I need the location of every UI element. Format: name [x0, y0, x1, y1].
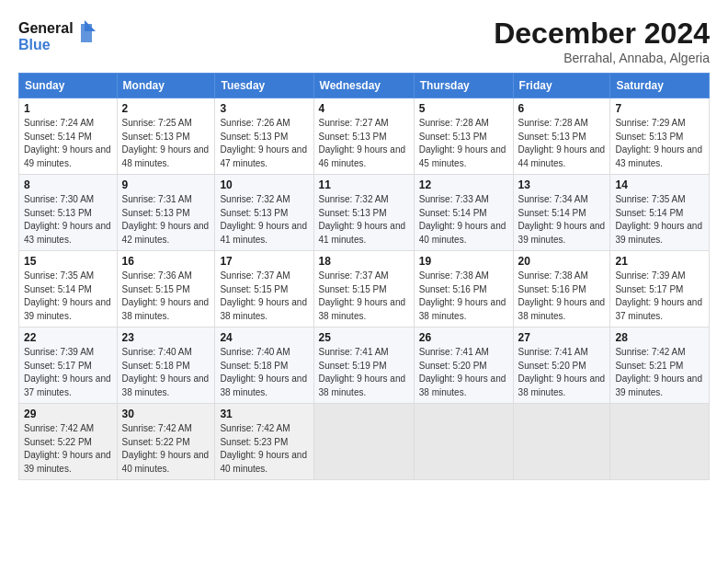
- calendar-cell: 29Sunrise: 7:42 AMSunset: 5:22 PMDayligh…: [19, 404, 118, 480]
- calendar-cell: 3Sunrise: 7:26 AMSunset: 5:13 PMDaylight…: [215, 98, 313, 175]
- page-container: General Blue December 2024 Berrahal, Ann…: [0, 0, 728, 489]
- calendar-cell: 4Sunrise: 7:27 AMSunset: 5:13 PMDaylight…: [313, 98, 414, 175]
- day-number: 30: [122, 408, 210, 420]
- day-number: 15: [24, 255, 112, 268]
- day-info: Sunrise: 7:40 AMSunset: 5:18 PMDaylight:…: [220, 347, 307, 397]
- day-number: 17: [220, 255, 308, 268]
- day-number: 16: [122, 255, 210, 268]
- day-info: Sunrise: 7:42 AMSunset: 5:21 PMDaylight:…: [615, 347, 702, 397]
- day-number: 5: [419, 102, 508, 115]
- day-info: Sunrise: 7:28 AMSunset: 5:13 PMDaylight:…: [419, 118, 506, 168]
- svg-text:General: General: [18, 20, 74, 36]
- day-number: 13: [518, 178, 606, 191]
- day-info: Sunrise: 7:42 AMSunset: 5:22 PMDaylight:…: [24, 423, 111, 474]
- day-number: 9: [122, 178, 210, 191]
- calendar-cell: 1Sunrise: 7:24 AMSunset: 5:14 PMDaylight…: [19, 98, 118, 175]
- calendar-cell: 8Sunrise: 7:30 AMSunset: 5:13 PMDaylight…: [19, 175, 118, 251]
- day-info: Sunrise: 7:32 AMSunset: 5:13 PMDaylight:…: [220, 194, 307, 245]
- calendar-cell: 14Sunrise: 7:35 AMSunset: 5:14 PMDayligh…: [610, 175, 710, 251]
- day-info: Sunrise: 7:36 AMSunset: 5:15 PMDaylight:…: [122, 270, 210, 321]
- day-info: Sunrise: 7:40 AMSunset: 5:18 PMDaylight:…: [122, 347, 210, 397]
- day-info: Sunrise: 7:39 AMSunset: 5:17 PMDaylight:…: [24, 347, 111, 397]
- day-number: 10: [220, 178, 308, 191]
- calendar-cell: [313, 404, 414, 480]
- day-info: Sunrise: 7:30 AMSunset: 5:13 PMDaylight:…: [24, 194, 111, 245]
- logo-svg: General Blue: [18, 17, 101, 57]
- calendar-cell: 22Sunrise: 7:39 AMSunset: 5:17 PMDayligh…: [19, 327, 118, 404]
- day-info: Sunrise: 7:41 AMSunset: 5:20 PMDaylight:…: [419, 347, 506, 397]
- calendar-cell: 15Sunrise: 7:35 AMSunset: 5:14 PMDayligh…: [19, 251, 118, 327]
- day-number: 18: [319, 255, 409, 268]
- calendar-header-row: Sunday Monday Tuesday Wednesday Thursday…: [19, 74, 710, 98]
- day-info: Sunrise: 7:35 AMSunset: 5:14 PMDaylight:…: [24, 270, 111, 321]
- col-saturday: Saturday: [610, 74, 710, 98]
- calendar-cell: 21Sunrise: 7:39 AMSunset: 5:17 PMDayligh…: [610, 251, 710, 327]
- day-info: Sunrise: 7:28 AMSunset: 5:13 PMDaylight:…: [518, 118, 606, 168]
- calendar-cell: 19Sunrise: 7:38 AMSunset: 5:16 PMDayligh…: [414, 251, 513, 327]
- calendar-cell: 13Sunrise: 7:34 AMSunset: 5:14 PMDayligh…: [513, 175, 610, 251]
- day-number: 24: [220, 331, 308, 344]
- day-number: 11: [319, 178, 409, 191]
- col-friday: Friday: [513, 74, 610, 98]
- day-number: 4: [319, 102, 409, 115]
- day-info: Sunrise: 7:42 AMSunset: 5:23 PMDaylight:…: [220, 423, 307, 474]
- logo: General Blue: [18, 17, 101, 61]
- day-number: 3: [220, 102, 308, 115]
- month-title: December 2024: [494, 17, 710, 51]
- day-number: 21: [615, 255, 704, 268]
- calendar-cell: 9Sunrise: 7:31 AMSunset: 5:13 PMDaylight…: [117, 175, 215, 251]
- calendar-cell: 7Sunrise: 7:29 AMSunset: 5:13 PMDaylight…: [610, 98, 710, 175]
- day-info: Sunrise: 7:34 AMSunset: 5:14 PMDaylight:…: [518, 194, 606, 245]
- location: Berrahal, Annaba, Algeria: [494, 51, 710, 65]
- header: General Blue December 2024 Berrahal, Ann…: [18, 17, 710, 65]
- day-info: Sunrise: 7:32 AMSunset: 5:13 PMDaylight:…: [319, 194, 406, 245]
- col-thursday: Thursday: [414, 74, 513, 98]
- day-number: 31: [220, 408, 308, 420]
- day-number: 8: [24, 178, 112, 191]
- calendar-cell: 11Sunrise: 7:32 AMSunset: 5:13 PMDayligh…: [313, 175, 414, 251]
- title-section: December 2024 Berrahal, Annaba, Algeria: [494, 17, 710, 65]
- svg-text:Blue: Blue: [18, 37, 51, 52]
- calendar-cell: 16Sunrise: 7:36 AMSunset: 5:15 PMDayligh…: [117, 251, 215, 327]
- day-info: Sunrise: 7:39 AMSunset: 5:17 PMDaylight:…: [615, 270, 702, 321]
- day-info: Sunrise: 7:37 AMSunset: 5:15 PMDaylight:…: [319, 270, 406, 321]
- day-number: 25: [319, 331, 409, 344]
- day-number: 23: [122, 331, 210, 344]
- calendar-cell: 23Sunrise: 7:40 AMSunset: 5:18 PMDayligh…: [117, 327, 215, 404]
- day-info: Sunrise: 7:31 AMSunset: 5:13 PMDaylight:…: [122, 194, 210, 245]
- day-info: Sunrise: 7:38 AMSunset: 5:16 PMDaylight:…: [419, 270, 506, 321]
- day-info: Sunrise: 7:41 AMSunset: 5:19 PMDaylight:…: [319, 347, 406, 397]
- calendar-cell: 2Sunrise: 7:25 AMSunset: 5:13 PMDaylight…: [117, 98, 215, 175]
- calendar-cell: 6Sunrise: 7:28 AMSunset: 5:13 PMDaylight…: [513, 98, 610, 175]
- day-info: Sunrise: 7:37 AMSunset: 5:15 PMDaylight:…: [220, 270, 307, 321]
- calendar-cell: 28Sunrise: 7:42 AMSunset: 5:21 PMDayligh…: [610, 327, 710, 404]
- day-info: Sunrise: 7:42 AMSunset: 5:22 PMDaylight:…: [122, 423, 210, 474]
- calendar-cell: 31Sunrise: 7:42 AMSunset: 5:23 PMDayligh…: [215, 404, 313, 480]
- day-info: Sunrise: 7:27 AMSunset: 5:13 PMDaylight:…: [319, 118, 406, 168]
- col-wednesday: Wednesday: [313, 74, 414, 98]
- day-number: 27: [518, 331, 606, 344]
- day-number: 22: [24, 331, 112, 344]
- calendar-cell: 30Sunrise: 7:42 AMSunset: 5:22 PMDayligh…: [117, 404, 215, 480]
- day-number: 14: [615, 178, 704, 191]
- calendar-cell: 20Sunrise: 7:38 AMSunset: 5:16 PMDayligh…: [513, 251, 610, 327]
- day-info: Sunrise: 7:33 AMSunset: 5:14 PMDaylight:…: [419, 194, 506, 245]
- day-number: 7: [615, 102, 704, 115]
- day-info: Sunrise: 7:24 AMSunset: 5:14 PMDaylight:…: [24, 118, 111, 168]
- calendar-table: Sunday Monday Tuesday Wednesday Thursday…: [18, 73, 710, 480]
- day-number: 28: [615, 331, 704, 344]
- calendar-cell: 18Sunrise: 7:37 AMSunset: 5:15 PMDayligh…: [313, 251, 414, 327]
- col-tuesday: Tuesday: [215, 74, 313, 98]
- day-number: 2: [122, 102, 210, 115]
- svg-marker-3: [85, 20, 96, 31]
- col-monday: Monday: [117, 74, 215, 98]
- day-number: 1: [24, 102, 112, 115]
- day-info: Sunrise: 7:25 AMSunset: 5:13 PMDaylight:…: [122, 118, 210, 168]
- day-info: Sunrise: 7:26 AMSunset: 5:13 PMDaylight:…: [220, 118, 307, 168]
- day-info: Sunrise: 7:29 AMSunset: 5:13 PMDaylight:…: [615, 118, 702, 168]
- day-number: 6: [518, 102, 606, 115]
- day-info: Sunrise: 7:38 AMSunset: 5:16 PMDaylight:…: [518, 270, 606, 321]
- calendar-cell: 12Sunrise: 7:33 AMSunset: 5:14 PMDayligh…: [414, 175, 513, 251]
- day-number: 12: [419, 178, 508, 191]
- day-info: Sunrise: 7:35 AMSunset: 5:14 PMDaylight:…: [615, 194, 702, 245]
